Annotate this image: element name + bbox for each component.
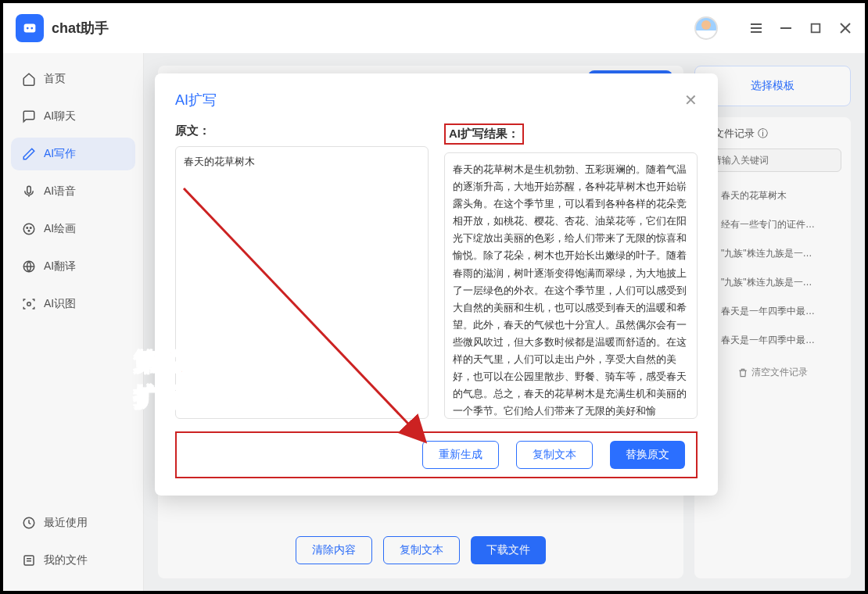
modal-source-column: 原文： [175,123,429,419]
app-title: chat助手 [52,19,109,38]
modal-footer: 重新生成 复制文本 替换原文 [175,431,698,478]
minimize-icon[interactable] [779,21,793,35]
modal-close-icon[interactable]: ✕ [684,91,698,109]
title-bar: chat助手 [3,3,865,53]
modal-title: AI扩写 [175,91,217,109]
close-icon[interactable] [838,21,852,35]
svg-rect-7 [812,24,820,33]
menu-icon[interactable] [749,21,763,35]
app-logo [16,14,44,42]
avatar[interactable] [694,16,718,40]
source-label: 原文： [175,123,429,138]
result-label: AI扩写结果： [444,123,524,145]
replace-original-button[interactable]: 替换原文 [610,441,685,469]
svg-rect-0 [24,24,36,33]
source-textarea[interactable] [175,146,429,419]
modal-result-column: AI扩写结果： 春天的花草树木是生机勃勃、五彩斑斓的。随着气温的逐渐升高，大地开… [444,123,698,419]
maximize-icon[interactable] [809,21,823,35]
ai-expand-modal: AI扩写 ✕ 原文： AI扩写结果： 春天的花草树木是生机勃勃、五彩斑斓的。随着… [155,73,718,496]
result-text[interactable]: 春天的花草树木是生机勃勃、五彩斑斓的。随着气温的逐渐升高，大地开始苏醒，各种花草… [444,152,698,419]
copy-text-button[interactable]: 复制文本 [516,441,593,469]
regenerate-button[interactable]: 重新生成 [422,441,499,469]
svg-point-2 [30,27,33,30]
svg-point-1 [27,27,29,30]
